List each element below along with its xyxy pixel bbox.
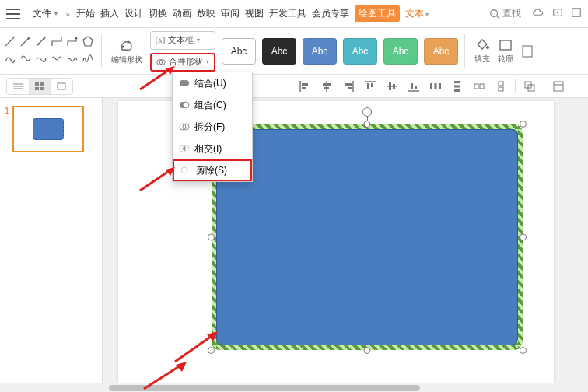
overflow-icon[interactable]: » [65,9,70,19]
elbow-arrow-icon[interactable] [66,35,79,51]
tab-devtools[interactable]: 开发工具 [269,7,306,20]
svg-rect-51 [454,81,460,83]
divider [101,34,102,68]
selection-pane-btn[interactable] [551,79,566,94]
svg-rect-31 [302,83,308,86]
align-center-h-btn[interactable] [319,79,334,94]
double-arrow-icon[interactable] [35,35,47,51]
svg-rect-40 [367,83,369,89]
tab-insert[interactable]: 插入 [100,7,119,20]
svg-rect-37 [345,83,352,86]
align-middle-btn[interactable] [384,79,400,94]
svg-rect-29 [58,83,65,89]
distribute-h-btn[interactable] [428,79,443,94]
style-green[interactable]: Abc [383,38,418,65]
curve2-icon[interactable] [19,52,32,68]
tab-review[interactable]: 审阅 [221,7,240,20]
sub-toolbar [0,75,588,98]
cloud-icon[interactable] [532,7,544,20]
svg-rect-46 [411,83,413,89]
handle-w[interactable] [208,234,215,241]
tab-view[interactable]: 视图 [245,7,264,20]
outline-view-btn[interactable] [7,79,29,94]
menu-subtract[interactable]: 剪除(S) [173,159,252,181]
group-btn[interactable] [522,79,537,94]
combine-icon [179,100,190,110]
wave2-icon[interactable] [66,52,79,68]
slide-thumbnail-1[interactable] [12,106,84,152]
settings-icon[interactable] [571,7,582,20]
edit-shape-label: 编辑形状 [111,54,142,65]
slide-view-btn[interactable] [51,79,72,94]
svg-rect-34 [323,83,331,86]
thumbnail-view-btn[interactable] [29,79,51,94]
handle-sw[interactable] [208,347,215,354]
equal-height-btn[interactable] [493,79,509,94]
menu-fragment[interactable]: 拆分(F) [173,116,252,138]
style-orange[interactable]: Abc [424,38,458,65]
handle-ne[interactable] [520,121,527,128]
edit-shape-tool[interactable]: 编辑形状 [108,37,145,65]
distribute-v-btn[interactable] [450,79,465,94]
tab-drawing-tools[interactable]: 绘图工具 [355,5,400,22]
style-teal[interactable]: Abc [343,38,377,65]
line-icon[interactable] [4,35,16,51]
elbow-icon[interactable] [51,35,63,51]
align-bottom-btn[interactable] [406,79,422,94]
textbox-dropdown[interactable]: A 文本框 ▾ [150,31,215,50]
tab-transition[interactable]: 切换 [149,7,167,20]
notify-icon[interactable] [552,7,563,20]
curve3-icon[interactable] [35,52,47,68]
fill-tool[interactable]: 填充 [471,38,493,65]
search-icon [489,9,500,19]
search-button[interactable]: 查找 [489,7,521,20]
align-left-btn[interactable] [297,79,313,94]
combine-icon [156,58,166,67]
menu-combine[interactable]: 组合(C) [173,94,252,116]
selected-shape[interactable] [212,124,523,350]
handle-se[interactable] [520,347,527,354]
handle-s[interactable] [364,347,371,354]
svg-line-1 [497,16,500,19]
ribbon: 编辑形状 A 文本框 ▾ 合并形状 ▾ Abc Abc Abc Abc Abc … [0,28,588,75]
svg-rect-48 [430,83,432,89]
tab-start[interactable]: 开始 [76,7,95,20]
tab-animation[interactable]: 动画 [173,7,191,20]
file-menu[interactable]: 文件 ▾ [33,7,58,20]
scrollbar-thumb[interactable] [109,385,420,391]
svg-rect-27 [35,87,39,90]
more-tool[interactable] [518,44,537,58]
file-label: 文件 [33,7,51,20]
freeform-icon[interactable] [82,35,94,51]
menu-union[interactable]: 结合(U) [173,72,252,94]
tab-play[interactable]: 放映 [197,7,215,20]
curve-icon[interactable] [4,52,16,68]
search-label: 查找 [502,7,521,20]
caret-icon: ▾ [206,58,209,65]
hamburger-menu[interactable] [6,9,25,19]
tab-member[interactable]: 会员专享 [312,7,349,20]
horizontal-scrollbar[interactable] [0,383,588,392]
shape-inner-rect [216,129,518,345]
tab-design[interactable]: 设计 [124,7,143,20]
tab-text-tools[interactable]: 文本 [405,7,429,20]
wave-icon[interactable] [51,52,63,68]
outline-tool[interactable]: 轮廓 [495,38,516,65]
handle-e[interactable] [520,234,527,241]
style-black[interactable]: Abc [262,38,296,65]
align-top-btn[interactable] [362,79,378,94]
svg-rect-28 [40,87,44,90]
style-blue[interactable]: Abc [303,38,337,65]
style-white[interactable]: Abc [222,38,256,65]
combine-shapes-dropdown[interactable]: 合并形状 ▾ [150,53,215,72]
line-shapes-gallery[interactable] [3,35,95,68]
ribbon-tabs: 开始 插入 设计 切换 动画 放映 审阅 视图 开发工具 会员专享 绘图工具 文… [76,5,489,22]
arrow-icon[interactable] [19,35,32,51]
scribble-icon[interactable] [82,52,94,68]
equal-width-btn[interactable] [471,79,487,94]
menu-intersect[interactable]: 相交(I) [173,138,252,159]
rotation-handle[interactable] [362,107,372,117]
svg-rect-44 [393,84,395,89]
align-right-btn[interactable] [341,79,356,94]
handle-n[interactable] [364,121,371,128]
